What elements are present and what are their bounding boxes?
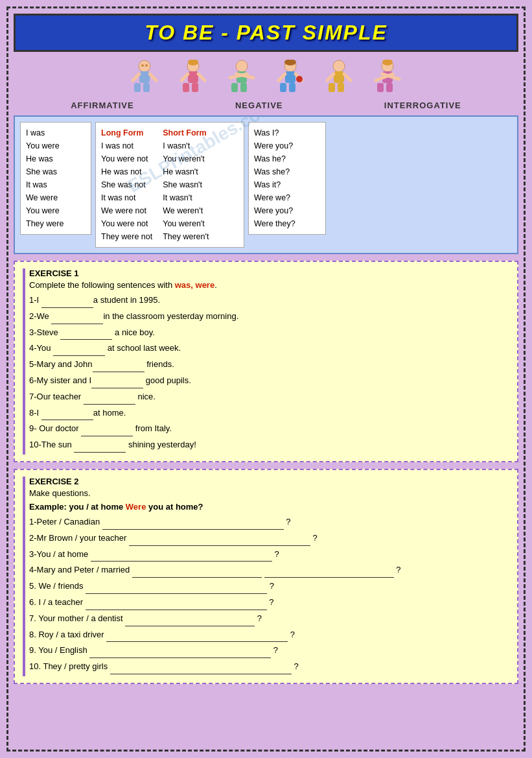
- exercise1-body: EXERCISE 1 Complete the following senten…: [29, 268, 509, 455]
- blank-2-5: [86, 580, 267, 594]
- ex1-line-7: 7-Our teacher nice.: [29, 390, 509, 405]
- blank-2-10: [110, 660, 292, 674]
- blank-2-7: [125, 612, 255, 626]
- blank-2-8: [106, 628, 288, 643]
- ex1-line-9: 9- Our doctor from Italy.: [29, 422, 509, 436]
- blank-1-9: [81, 422, 133, 436]
- neg-short-8: They weren't: [163, 230, 209, 243]
- svg-line-33: [327, 74, 334, 80]
- blank-1-4: [53, 342, 105, 356]
- svg-rect-24: [280, 83, 286, 92]
- svg-line-5: [150, 74, 156, 80]
- exercise2-content: EXERCISE 2 Make questions. Example: you …: [23, 477, 509, 676]
- exercise2-title: EXERCISE 2: [29, 477, 509, 486]
- svg-rect-39: [386, 83, 393, 92]
- ex2-line-2: 2-Mr Brown / your teacher ?: [29, 532, 509, 546]
- neg-short-1: I wasn't: [163, 139, 209, 152]
- neg-short-3: He wasn't: [163, 165, 209, 178]
- neg-short-5: It wasn't: [163, 191, 209, 204]
- title-bar: TO BE - PAST SIMPLE: [14, 14, 518, 52]
- blank-2-4b: [264, 563, 394, 578]
- svg-rect-11: [183, 83, 189, 92]
- ex1-line-5: 5-Mary and John friends.: [29, 358, 509, 372]
- svg-point-15: [236, 60, 248, 72]
- ex1-line-1: 1-I a student in 1995.: [29, 294, 509, 308]
- ex2-line-9: 9. You / English ?: [29, 644, 509, 658]
- svg-point-29: [333, 60, 345, 72]
- child-figure-1: [124, 60, 166, 95]
- svg-rect-2: [134, 83, 141, 92]
- page-title: TO BE - PAST SIMPLE: [145, 21, 387, 44]
- neg-long-1: I was not: [101, 139, 152, 152]
- blank-2-2: [129, 532, 310, 546]
- ex2-example-end: you at home?: [146, 502, 203, 512]
- neg-short-2: You weren't: [163, 152, 209, 165]
- neg-short-7: You weren't: [163, 217, 209, 230]
- exercise1-title: EXERCISE 1: [29, 268, 509, 278]
- svg-line-4: [133, 74, 139, 80]
- exercise2-body: EXERCISE 2 Make questions. Example: you …: [29, 477, 509, 676]
- int-row-8: Were they?: [254, 217, 320, 230]
- instruction-highlight: was, were: [175, 280, 214, 290]
- neg-long-4: She was not: [101, 178, 152, 191]
- svg-rect-38: [377, 83, 384, 92]
- int-row-5: Was it?: [254, 178, 320, 191]
- blank-1-7: [84, 390, 135, 405]
- ex1-line-8: 8-I at home.: [29, 407, 509, 421]
- instruction-plain: Complete the following sentences with: [29, 280, 175, 290]
- child-figure-2: [172, 60, 214, 95]
- aff-row-1: I was: [26, 126, 86, 139]
- blank-1-6: [91, 374, 143, 388]
- ex2-line-5: 5. We / friends ?: [29, 580, 509, 594]
- long-form-title: Long Form: [101, 126, 152, 139]
- left-bar-1: [23, 268, 25, 455]
- blank-2-4a: [132, 563, 262, 578]
- blank-1-8: [41, 407, 93, 421]
- child-figure-4: [270, 60, 312, 95]
- interrogative-box: Was I? Were you? Was he? Was she? Was it…: [248, 122, 326, 235]
- aff-row-7: You were: [26, 204, 86, 217]
- ex2-line-8: 8. Roy / a taxi driver ?: [29, 628, 509, 643]
- column-headers: AFFIRMATIVE NEGATIVE INTERROGATIVE: [14, 101, 518, 110]
- svg-rect-3: [143, 83, 150, 92]
- int-row-3: Was he?: [254, 152, 320, 165]
- ex2-line-4: 4-Mary and Peter / married ?: [29, 563, 509, 578]
- aff-row-6: We were: [26, 191, 86, 204]
- ex1-line-2: 2-We in the classroom yesterday morning.: [29, 310, 509, 324]
- ex1-line-3: 3-Steve a nice boy.: [29, 326, 509, 340]
- neg-long-2: You were not: [101, 152, 152, 165]
- blank-1-5: [93, 358, 145, 372]
- ex2-example-plain: Example: you / at home: [29, 502, 126, 512]
- blank-1-10: [74, 438, 126, 453]
- ex2-line-7: 7. Your mother / a dentist ?: [29, 612, 509, 626]
- svg-rect-25: [289, 83, 295, 92]
- svg-point-28: [296, 76, 303, 82]
- svg-point-6: [141, 64, 144, 67]
- svg-rect-18: [240, 83, 247, 92]
- exercise2-instruction1: Make questions.: [29, 488, 509, 498]
- exercise1-instruction: Complete the following sentences with wa…: [29, 280, 509, 290]
- child-figure-6: [367, 60, 409, 95]
- ex2-line-1: 1-Peter / Canadian ?: [29, 515, 509, 530]
- svg-rect-12: [192, 83, 198, 92]
- aff-row-3: He was: [26, 152, 86, 165]
- svg-line-26: [279, 74, 285, 80]
- negative-box: Long Form I was not You were not He was …: [95, 122, 244, 248]
- characters-row: [14, 57, 518, 98]
- neg-short-4: She wasn't: [163, 178, 209, 191]
- svg-line-14: [198, 74, 205, 80]
- child-figure-5: [318, 60, 360, 95]
- int-row-2: Were you?: [254, 139, 320, 152]
- blank-1-2: [51, 310, 103, 324]
- int-row-1: Was I?: [254, 126, 320, 139]
- exercise2-section: EXERCISE 2 Make questions. Example: you …: [14, 469, 518, 684]
- svg-rect-10: [188, 71, 198, 83]
- aff-row-5: It was: [26, 178, 86, 191]
- blank-1-3: [60, 326, 112, 340]
- aff-row-4: She was: [26, 165, 86, 178]
- aff-row-8: They were: [26, 217, 86, 230]
- outer-border: TO BE - PAST SIMPLE: [6, 6, 526, 752]
- svg-line-34: [344, 74, 351, 80]
- negative-short-col: Short Form I wasn't You weren't He wasn'…: [163, 126, 209, 243]
- svg-rect-31: [329, 83, 335, 92]
